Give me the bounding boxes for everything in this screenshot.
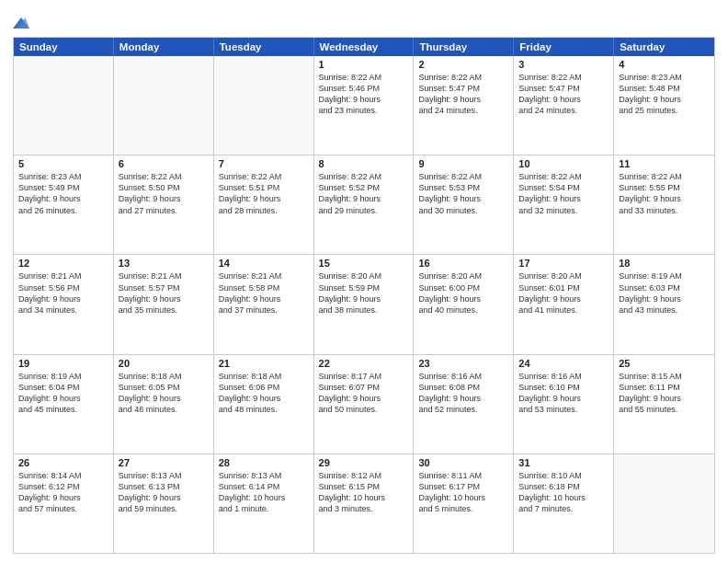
day-number: 5 <box>18 158 108 169</box>
day-number: 6 <box>119 158 209 169</box>
day-number: 7 <box>219 158 309 169</box>
day-number: 17 <box>518 258 609 269</box>
calendar-cell: 31Sunrise: 8:10 AM Sunset: 6:18 PM Dayli… <box>514 454 614 553</box>
calendar-cell: 3Sunrise: 8:22 AM Sunset: 5:47 PM Daylig… <box>514 56 614 155</box>
day-number: 9 <box>418 158 508 169</box>
calendar-cell: 16Sunrise: 8:20 AM Sunset: 6:00 PM Dayli… <box>414 255 514 353</box>
calendar-cell: 1Sunrise: 8:22 AM Sunset: 5:46 PM Daylig… <box>314 56 415 155</box>
cell-info: Sunrise: 8:18 AM Sunset: 6:05 PM Dayligh… <box>119 371 209 416</box>
day-number: 14 <box>219 258 309 269</box>
calendar-cell: 15Sunrise: 8:20 AM Sunset: 5:59 PM Dayli… <box>314 255 415 353</box>
cell-info: Sunrise: 8:22 AM Sunset: 5:54 PM Dayligh… <box>518 171 609 216</box>
cell-info: Sunrise: 8:22 AM Sunset: 5:47 PM Dayligh… <box>418 72 508 117</box>
cell-info: Sunrise: 8:22 AM Sunset: 5:51 PM Dayligh… <box>219 171 309 216</box>
calendar-cell: 20Sunrise: 8:18 AM Sunset: 6:05 PM Dayli… <box>114 355 214 454</box>
day-number: 2 <box>418 59 508 70</box>
calendar-cell: 25Sunrise: 8:15 AM Sunset: 6:11 PM Dayli… <box>614 355 714 454</box>
calendar-cell <box>614 454 714 553</box>
calendar-cell: 27Sunrise: 8:13 AM Sunset: 6:13 PM Dayli… <box>114 454 214 553</box>
day-number: 15 <box>319 258 409 269</box>
day-number: 20 <box>119 358 209 369</box>
day-number: 25 <box>619 358 710 369</box>
day-number: 21 <box>219 358 309 369</box>
calendar: SundayMondayTuesdayWednesdayThursdayFrid… <box>13 37 715 554</box>
day-number: 8 <box>319 158 409 169</box>
calendar-body: 1Sunrise: 8:22 AM Sunset: 5:46 PM Daylig… <box>14 56 714 553</box>
day-number: 22 <box>319 358 409 369</box>
day-number: 10 <box>518 158 609 169</box>
cell-info: Sunrise: 8:20 AM Sunset: 6:01 PM Dayligh… <box>518 270 609 316</box>
weekday-header: Sunday <box>14 38 114 56</box>
weekday-header: Wednesday <box>314 38 415 56</box>
calendar-cell: 8Sunrise: 8:22 AM Sunset: 5:52 PM Daylig… <box>314 155 415 254</box>
day-number: 30 <box>418 457 508 468</box>
weekday-header: Friday <box>514 38 614 56</box>
calendar-cell: 4Sunrise: 8:23 AM Sunset: 5:48 PM Daylig… <box>614 56 714 155</box>
calendar-row: 26Sunrise: 8:14 AM Sunset: 6:12 PM Dayli… <box>14 454 714 553</box>
calendar-cell: 30Sunrise: 8:11 AM Sunset: 6:17 PM Dayli… <box>414 454 514 553</box>
cell-info: Sunrise: 8:17 AM Sunset: 6:07 PM Dayligh… <box>319 371 409 416</box>
calendar-cell: 26Sunrise: 8:14 AM Sunset: 6:12 PM Dayli… <box>14 454 114 553</box>
cell-info: Sunrise: 8:23 AM Sunset: 5:48 PM Dayligh… <box>619 72 710 117</box>
logo-icon <box>13 15 29 31</box>
day-number: 12 <box>18 258 108 269</box>
day-number: 23 <box>418 358 508 369</box>
cell-info: Sunrise: 8:20 AM Sunset: 6:00 PM Dayligh… <box>418 270 508 316</box>
calendar-cell: 23Sunrise: 8:16 AM Sunset: 6:08 PM Dayli… <box>414 355 514 454</box>
calendar-cell: 28Sunrise: 8:13 AM Sunset: 6:14 PM Dayli… <box>214 454 314 553</box>
cell-info: Sunrise: 8:23 AM Sunset: 5:49 PM Dayligh… <box>18 171 108 216</box>
cell-info: Sunrise: 8:19 AM Sunset: 6:03 PM Dayligh… <box>619 270 710 316</box>
cell-info: Sunrise: 8:14 AM Sunset: 6:12 PM Dayligh… <box>18 470 108 515</box>
calendar-cell: 11Sunrise: 8:22 AM Sunset: 5:55 PM Dayli… <box>614 155 714 254</box>
calendar-cell: 18Sunrise: 8:19 AM Sunset: 6:03 PM Dayli… <box>614 255 714 353</box>
cell-info: Sunrise: 8:13 AM Sunset: 6:14 PM Dayligh… <box>219 470 309 515</box>
day-number: 19 <box>18 358 108 369</box>
calendar-row: 12Sunrise: 8:21 AM Sunset: 5:56 PM Dayli… <box>14 254 714 353</box>
calendar-row: 1Sunrise: 8:22 AM Sunset: 5:46 PM Daylig… <box>14 56 714 155</box>
day-number: 29 <box>319 457 409 468</box>
day-number: 27 <box>119 457 209 468</box>
cell-info: Sunrise: 8:22 AM Sunset: 5:52 PM Dayligh… <box>319 171 409 216</box>
weekday-header: Saturday <box>614 38 714 56</box>
day-number: 24 <box>518 358 609 369</box>
cell-info: Sunrise: 8:12 AM Sunset: 6:15 PM Dayligh… <box>319 470 409 515</box>
calendar-row: 5Sunrise: 8:23 AM Sunset: 5:49 PM Daylig… <box>14 155 714 254</box>
cell-info: Sunrise: 8:19 AM Sunset: 6:04 PM Dayligh… <box>18 371 108 416</box>
day-number: 1 <box>319 59 409 70</box>
day-number: 11 <box>619 158 710 169</box>
calendar-cell <box>114 56 214 155</box>
calendar-row: 19Sunrise: 8:19 AM Sunset: 6:04 PM Dayli… <box>14 354 714 454</box>
day-number: 16 <box>418 258 508 269</box>
day-number: 18 <box>619 258 710 269</box>
cell-info: Sunrise: 8:21 AM Sunset: 5:57 PM Dayligh… <box>119 270 209 316</box>
cell-info: Sunrise: 8:20 AM Sunset: 5:59 PM Dayligh… <box>319 270 409 316</box>
calendar-header: SundayMondayTuesdayWednesdayThursdayFrid… <box>14 38 714 56</box>
day-number: 13 <box>119 258 209 269</box>
cell-info: Sunrise: 8:11 AM Sunset: 6:17 PM Dayligh… <box>418 470 508 515</box>
cell-info: Sunrise: 8:22 AM Sunset: 5:55 PM Dayligh… <box>619 171 710 216</box>
weekday-header: Thursday <box>414 38 514 56</box>
weekday-header: Monday <box>114 38 214 56</box>
calendar-cell: 6Sunrise: 8:22 AM Sunset: 5:50 PM Daylig… <box>114 155 214 254</box>
day-number: 31 <box>518 457 609 468</box>
calendar-cell: 14Sunrise: 8:21 AM Sunset: 5:58 PM Dayli… <box>214 255 314 353</box>
calendar-cell: 19Sunrise: 8:19 AM Sunset: 6:04 PM Dayli… <box>14 355 114 454</box>
logo <box>13 13 32 31</box>
calendar-cell: 2Sunrise: 8:22 AM Sunset: 5:47 PM Daylig… <box>414 56 514 155</box>
calendar-cell: 21Sunrise: 8:18 AM Sunset: 6:06 PM Dayli… <box>214 355 314 454</box>
day-number: 26 <box>18 457 108 468</box>
calendar-cell: 12Sunrise: 8:21 AM Sunset: 5:56 PM Dayli… <box>14 255 114 353</box>
day-number: 3 <box>518 59 609 70</box>
cell-info: Sunrise: 8:21 AM Sunset: 5:58 PM Dayligh… <box>219 270 309 316</box>
cell-info: Sunrise: 8:16 AM Sunset: 6:08 PM Dayligh… <box>418 371 508 416</box>
cell-info: Sunrise: 8:16 AM Sunset: 6:10 PM Dayligh… <box>518 371 609 416</box>
cell-info: Sunrise: 8:15 AM Sunset: 6:11 PM Dayligh… <box>619 371 710 416</box>
day-number: 28 <box>219 457 309 468</box>
cell-info: Sunrise: 8:18 AM Sunset: 6:06 PM Dayligh… <box>219 371 309 416</box>
calendar-cell: 13Sunrise: 8:21 AM Sunset: 5:57 PM Dayli… <box>114 255 214 353</box>
calendar-cell: 7Sunrise: 8:22 AM Sunset: 5:51 PM Daylig… <box>214 155 314 254</box>
calendar-cell: 24Sunrise: 8:16 AM Sunset: 6:10 PM Dayli… <box>514 355 614 454</box>
cell-info: Sunrise: 8:22 AM Sunset: 5:47 PM Dayligh… <box>518 72 609 117</box>
calendar-cell: 5Sunrise: 8:23 AM Sunset: 5:49 PM Daylig… <box>14 155 114 254</box>
weekday-header: Tuesday <box>214 38 314 56</box>
